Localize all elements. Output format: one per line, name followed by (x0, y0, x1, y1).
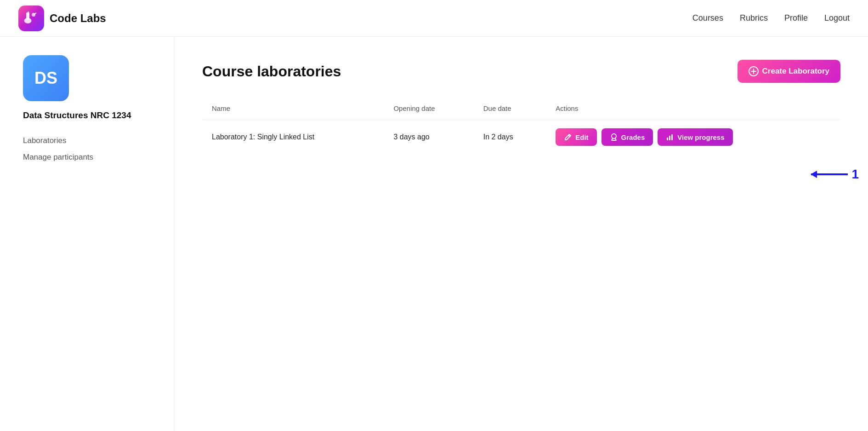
actions-cell: Edit Grades (556, 128, 831, 146)
sidebar-navigation: Laboratories Manage participants (23, 133, 156, 165)
logo-icon (18, 6, 44, 31)
grades-icon (610, 133, 618, 141)
col-opening-date: Opening date (384, 97, 474, 120)
brand: Code Labs (18, 6, 106, 31)
svg-rect-9 (667, 138, 668, 140)
create-laboratory-button[interactable]: Create Laboratory (738, 60, 840, 83)
navbar-nav: Courses Rubrics Profile Logout (692, 13, 850, 23)
svg-point-2 (24, 18, 32, 23)
course-avatar: DS (23, 55, 69, 101)
grades-button[interactable]: Grades (601, 128, 653, 146)
lab-opening-date: 3 days ago (384, 120, 474, 155)
course-title: Data Structures NRC 1234 (23, 110, 156, 121)
lab-actions: Edit Grades (546, 120, 840, 155)
navbar: Code Labs Courses Rubrics Profile Logout (0, 0, 868, 37)
brand-name: Code Labs (50, 12, 106, 25)
svg-point-8 (612, 134, 616, 138)
edit-button[interactable]: Edit (556, 128, 596, 146)
view-progress-button[interactable]: View progress (658, 128, 732, 146)
nav-rubrics[interactable]: Rubrics (740, 13, 768, 23)
lab-name: Laboratory 1: Singly Linked List (203, 120, 385, 155)
col-due-date: Due date (474, 97, 547, 120)
layout: DS Data Structures NRC 1234 Laboratories… (0, 37, 868, 431)
page-title: Course laboratories (202, 63, 341, 80)
nav-logout[interactable]: Logout (824, 13, 850, 23)
svg-rect-1 (28, 11, 29, 14)
annotation-arrow (811, 173, 848, 175)
plus-circle-icon (749, 66, 759, 76)
annotation-number: 1 (851, 167, 859, 182)
main-content: Course laboratories Create Laboratory Na… (175, 37, 868, 431)
svg-rect-11 (671, 134, 673, 140)
annotation: 1 (811, 167, 859, 182)
table-header: Name Opening date Due date Actions (203, 97, 840, 120)
lab-due-date: In 2 days (474, 120, 547, 155)
svg-rect-10 (669, 136, 670, 140)
nav-profile[interactable]: Profile (784, 13, 808, 23)
table-header-row: Name Opening date Due date Actions (203, 97, 840, 120)
laboratories-table: Name Opening date Due date Actions Labor… (202, 97, 840, 155)
main-header: Course laboratories Create Laboratory (202, 60, 840, 83)
sidebar-item-laboratories[interactable]: Laboratories (23, 133, 156, 148)
nav-courses[interactable]: Courses (692, 13, 723, 23)
chart-icon (666, 133, 674, 141)
table-row: Laboratory 1: Singly Linked List 3 days … (203, 120, 840, 155)
table-body: Laboratory 1: Singly Linked List 3 days … (203, 120, 840, 155)
edit-icon (564, 133, 572, 141)
col-actions: Actions (546, 97, 840, 120)
sidebar: DS Data Structures NRC 1234 Laboratories… (0, 37, 175, 431)
sidebar-item-manage-participants[interactable]: Manage participants (23, 150, 156, 165)
col-name: Name (203, 97, 385, 120)
